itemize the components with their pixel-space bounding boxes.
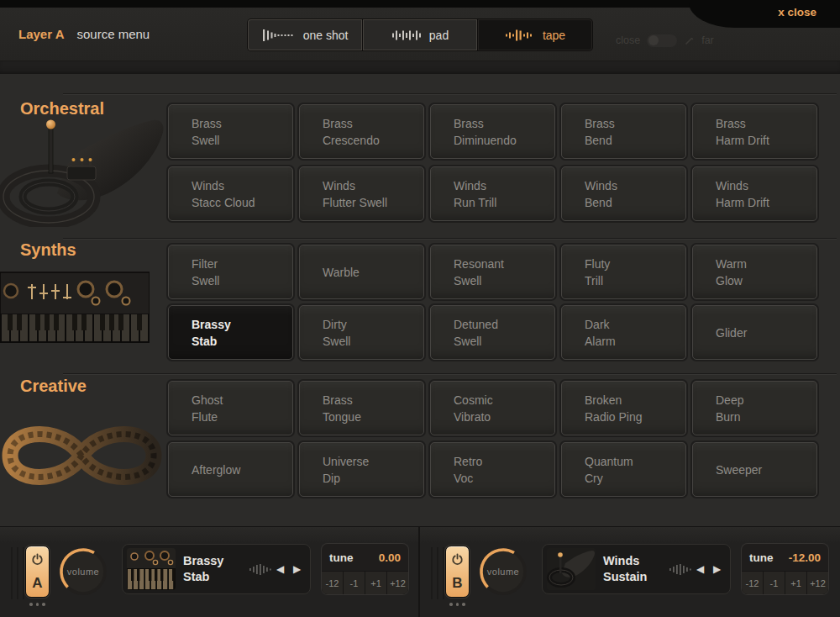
synths-keyboard-artwork: [0, 266, 150, 343]
tune-minus-1-button[interactable]: -1: [344, 572, 365, 594]
source-button[interactable]: Dark Alarm: [561, 305, 686, 360]
tune-minus-12-button[interactable]: -12: [322, 572, 343, 594]
mic-close-label: close: [616, 34, 640, 46]
mode-pad-button[interactable]: pad: [363, 19, 477, 50]
power-icon: [451, 553, 464, 566]
creative-row-1: Ghost Flute Brass Tongue Cosmic Vibrato …: [168, 381, 817, 435]
source-button[interactable]: Winds Harm Drift: [692, 166, 817, 221]
preset-next-button[interactable]: ▶: [293, 562, 301, 576]
tune-minus-1-button[interactable]: -1: [764, 572, 785, 594]
volume-label: volume: [478, 546, 528, 597]
source-button[interactable]: Fluty Trill: [561, 245, 686, 299]
source-button[interactable]: Winds Bend: [561, 166, 686, 221]
layer-a-power-button[interactable]: A: [25, 546, 50, 598]
layer-options-dots-icon[interactable]: [25, 603, 50, 606]
mic-pencil-icon: [684, 35, 695, 46]
preset-name: Winds Sustain: [603, 545, 647, 593]
tune-label: tune: [749, 551, 774, 564]
synths-row-1: Filter Swell Warble Resonant Swell Fluty…: [168, 245, 817, 299]
source-button[interactable]: Universe Dip: [299, 442, 424, 497]
creative-infinity-artwork: [0, 403, 164, 509]
page-title: source menu: [76, 27, 150, 41]
playback-mode-group: one shot pad: [247, 18, 593, 51]
tune-plus-12-button[interactable]: +12: [387, 572, 408, 594]
source-button[interactable]: Broken Radio Ping: [561, 381, 686, 435]
one-shot-waveform-icon: [262, 29, 296, 42]
preset-thumbnail-tuba: [547, 548, 596, 590]
preset-prev-button[interactable]: ◀: [696, 562, 704, 576]
layer-control-bar: A volume: [0, 526, 840, 617]
source-button[interactable]: Winds Flutter Swell: [299, 166, 424, 221]
layer-a-letter: A: [32, 575, 42, 592]
tune-step-buttons: -12 -1 +1 +12: [322, 571, 408, 594]
source-button[interactable]: Sweeper: [692, 442, 817, 497]
source-button[interactable]: Dirty Swell: [299, 305, 424, 360]
toggle-knob: [648, 35, 659, 45]
preset-waveform-icon: [669, 563, 692, 576]
close-button[interactable]: x close: [778, 6, 816, 18]
power-icon: [31, 553, 44, 566]
source-button[interactable]: Brass Diminuendo: [430, 104, 555, 159]
layer-a-preset-display[interactable]: Brassy Stab ◀ ▶: [122, 544, 311, 594]
source-button[interactable]: Warm Glow: [692, 245, 817, 299]
mode-tape-button[interactable]: tape: [478, 19, 592, 50]
mic-distance-toggle[interactable]: [647, 34, 677, 47]
source-button[interactable]: Winds Stacc Cloud: [168, 166, 293, 221]
grip-lines-icon: [431, 547, 444, 599]
orchestral-row-2: Winds Stacc Cloud Winds Flutter Swell Wi…: [168, 166, 817, 221]
tune-step-buttons: -12 -1 +1 +12: [742, 571, 828, 594]
close-corner-tab: x close: [689, 0, 840, 28]
grip-lines-icon: [11, 547, 24, 599]
tape-waveform-icon: [505, 29, 535, 42]
layer-b-tune-panel: tune -12.00 -12 -1 +1 +12: [742, 544, 828, 594]
source-button[interactable]: Brass Swell: [168, 104, 293, 159]
layer-a-volume-knob[interactable]: volume: [58, 546, 108, 597]
source-button[interactable]: Resonant Swell: [430, 245, 555, 299]
layer-b-block: B volume: [420, 527, 840, 617]
source-button[interactable]: Warble: [299, 245, 424, 299]
source-button[interactable]: Brass Bend: [561, 104, 686, 159]
layer-label: Layer A: [18, 27, 64, 41]
section-divider: [63, 238, 837, 239]
header-gap: [0, 61, 840, 74]
mic-distance-control: close far: [616, 28, 714, 53]
tune-value[interactable]: 0.00: [379, 551, 401, 564]
tune-value[interactable]: -12.00: [789, 551, 821, 564]
source-button[interactable]: Afterglow: [168, 442, 293, 497]
source-button[interactable]: Ghost Flute: [168, 381, 293, 435]
layer-b-letter: B: [452, 575, 462, 592]
layer-b-volume-knob[interactable]: volume: [478, 546, 528, 597]
source-button[interactable]: Glider: [692, 305, 817, 360]
section-divider: [63, 373, 837, 374]
tune-plus-1-button[interactable]: +1: [365, 572, 386, 594]
layer-options-dots-icon[interactable]: [445, 603, 470, 606]
source-button[interactable]: Quantum Cry: [561, 442, 686, 497]
mode-tape-label: tape: [543, 29, 565, 42]
mode-pad-label: pad: [429, 29, 449, 42]
source-button[interactable]: Deep Burn: [692, 381, 817, 435]
pad-waveform-icon: [391, 29, 422, 42]
layer-b-preset-display[interactable]: Winds Sustain ◀ ▶: [542, 544, 731, 594]
tune-plus-12-button[interactable]: +12: [807, 572, 828, 594]
source-button[interactable]: Brass Crescendo: [299, 104, 424, 159]
tune-plus-1-button[interactable]: +1: [785, 572, 806, 594]
tune-minus-12-button[interactable]: -12: [742, 572, 763, 594]
source-button[interactable]: Retro Voc: [430, 442, 555, 497]
layer-b-power-button[interactable]: B: [445, 546, 470, 598]
preset-waveform-icon: [249, 563, 272, 576]
source-button[interactable]: Filter Swell: [168, 245, 293, 299]
preset-next-button[interactable]: ▶: [713, 562, 721, 576]
source-button[interactable]: Brass Tongue: [299, 381, 424, 435]
section-title-synths: Synths: [20, 240, 76, 260]
source-button-selected[interactable]: Brassy Stab: [168, 305, 293, 360]
synths-row-2: Brassy Stab Dirty Swell Detuned Swell Da…: [168, 305, 817, 360]
mic-far-label: far: [701, 34, 714, 46]
source-button[interactable]: Cosmic Vibrato: [430, 381, 555, 435]
mode-one-shot-button[interactable]: one shot: [248, 19, 362, 50]
preset-prev-button[interactable]: ◀: [276, 562, 284, 576]
source-button[interactable]: Winds Run Trill: [430, 166, 555, 221]
source-button[interactable]: Detuned Swell: [430, 305, 555, 360]
source-button[interactable]: Brass Harm Drift: [692, 104, 817, 159]
layer-a-tune-panel: tune 0.00 -12 -1 +1 +12: [322, 544, 408, 594]
creative-row-2: Afterglow Universe Dip Retro Voc Quantum…: [168, 442, 817, 497]
